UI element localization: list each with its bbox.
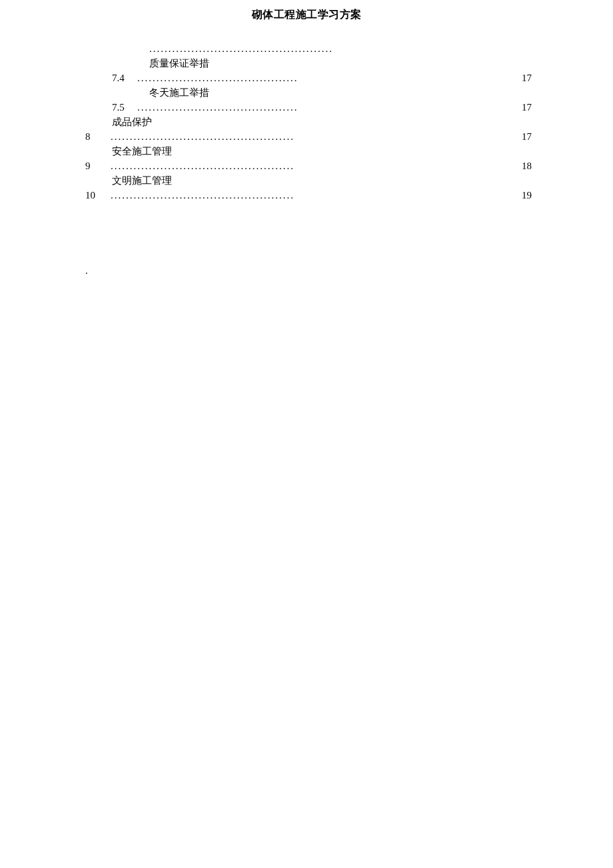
- toc-leader: ........................................…: [137, 102, 506, 113]
- toc-num: 7.5: [112, 102, 137, 113]
- toc-row-8: 8 ......................................…: [85, 129, 532, 144]
- toc-leader: ........................................…: [111, 131, 506, 143]
- toc-row-7-5: 7.5 ....................................…: [85, 100, 532, 115]
- toc-num: 8: [85, 131, 111, 143]
- toc-leader: ........................................…: [149, 43, 532, 55]
- toc-leader: ........................................…: [111, 161, 506, 172]
- toc-leader: ........................................…: [111, 190, 506, 201]
- toc-leader-row: ........................................…: [85, 41, 532, 56]
- toc-num: 10: [85, 190, 111, 201]
- toc-label: 冬天施工举措: [85, 85, 532, 100]
- toc-num: 7.4: [112, 73, 137, 84]
- toc-leader: ........................................…: [137, 73, 506, 84]
- toc-label: 质量保证举措: [85, 56, 532, 71]
- toc-page: 19: [506, 190, 532, 201]
- stray-dot: .: [85, 265, 88, 276]
- toc-label: 成品保护: [85, 115, 532, 129]
- toc-page: 18: [506, 161, 532, 172]
- toc-page: 17: [506, 131, 532, 143]
- toc-num: 9: [85, 161, 111, 172]
- toc-page: 17: [506, 102, 532, 113]
- toc-label: 文明施工管理: [85, 173, 532, 188]
- toc: ........................................…: [85, 41, 532, 203]
- toc-label: 安全施工管理: [85, 144, 532, 159]
- toc-row-10: 10 .....................................…: [85, 188, 532, 203]
- page-title: 砌体工程施工学习方案: [0, 8, 613, 22]
- toc-row-9: 9 ......................................…: [85, 159, 532, 173]
- toc-row-7-4: 7.4 ....................................…: [85, 71, 532, 85]
- toc-page: 17: [506, 73, 532, 84]
